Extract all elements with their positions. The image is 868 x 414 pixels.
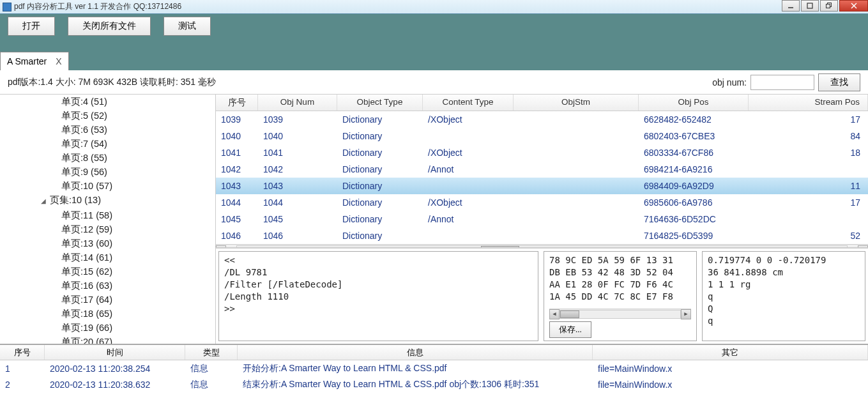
objnum-input[interactable] [750,75,814,90]
grid-hscroll[interactable]: ◀ ▶ [216,244,868,248]
cell-objnum: 1045 [258,213,337,226]
cell-objstm [514,151,639,154]
tree-item[interactable]: 单页:13 (60) [0,236,215,250]
log-col-seq[interactable]: 序号 [0,345,45,360]
hex-hscroll[interactable]: ◀ ▶ [549,309,691,319]
object-grid: 序号 Obj Num Object Type Content Type ObjS… [216,95,868,248]
grid-header: 序号 Obj Num Object Type Content Type ObjS… [216,95,868,111]
table-row[interactable]: 10401040Dictionary6802403-67CBE384 [216,128,868,144]
cell-seq: 1045 [216,213,258,226]
cell-objpos: 6803334-67CF86 [639,146,749,159]
tree-expander-icon[interactable]: ◢ [41,195,47,208]
col-objpos[interactable]: Obj Pos [639,95,749,111]
tree-item-label: 页集:10 (13) [50,195,101,205]
tree-item[interactable]: ◢页集:10 (13) [0,193,215,208]
restore-button[interactable] [820,0,838,12]
table-row[interactable]: 10391039Dictionary/XObject6628482-652482… [216,111,868,128]
scroll-thumb[interactable] [560,310,579,318]
save-button[interactable]: 保存... [549,321,591,338]
scroll-right-icon[interactable]: ▶ [681,309,691,319]
window-titlebar: pdf 内容分析工具 ver 1.1 开发合作 QQ:13712486 [0,0,868,14]
tree-item[interactable]: 单页:7 (54) [0,137,215,151]
minimize-button[interactable] [782,0,800,12]
tree-item[interactable]: 单页:19 (66) [0,321,215,335]
cell-objnum: 1044 [258,196,337,209]
tab-strip: A Smarter X [0,38,868,70]
col-streampos[interactable]: Stream Pos [749,95,868,111]
grid-body: 10391039Dictionary/XObject6628482-652482… [216,111,868,244]
tab-label: A Smarter [7,56,47,66]
table-row[interactable]: 10431043Dictionary6984409-6A92D911 [216,178,868,194]
col-objtype[interactable]: Object Type [337,95,423,111]
document-tab[interactable]: A Smarter X [0,52,69,70]
log-col-type[interactable]: 类型 [185,345,238,360]
col-objnum[interactable]: Obj Num [258,95,337,111]
scroll-left-icon[interactable]: ◀ [216,245,226,249]
table-row[interactable]: 10461046Dictionary7164825-6D539952 [216,227,868,244]
right-pane: 序号 Obj Num Object Type Content Type ObjS… [216,95,868,344]
tree-item-label: 单页:9 (56) [61,167,107,177]
log-row[interactable]: 22020-02-13 11:20:38.632信息结束分析:A Smarter… [0,376,868,392]
scroll-thumb[interactable] [481,246,519,249]
main-split: 单页:4 (51)单页:5 (52)单页:6 (53)单页:7 (54)单页:8… [0,95,868,344]
tree-item[interactable]: 单页:14 (61) [0,250,215,264]
maximize-button[interactable] [801,0,819,12]
cell-objpos: 7164636-6D52DC [639,213,749,226]
cell-objstm [514,234,639,237]
scroll-track[interactable] [236,245,848,249]
col-contenttype[interactable]: Content Type [423,95,514,111]
tree-item[interactable]: 单页:12 (59) [0,222,215,236]
scroll-left-icon[interactable]: ◀ [549,309,560,319]
open-button[interactable]: 打开 [8,17,55,36]
cell-objtype: Dictionary [337,213,423,226]
tree-item[interactable]: 单页:10 (57) [0,179,215,193]
log-col-msg[interactable]: 信息 [238,345,593,360]
dict-view[interactable]: << /DL 9781 /Filter [/FlateDecode] /Leng… [218,251,538,341]
cell-streampos: 52 [749,229,868,242]
col-objstm[interactable]: ObjStm [514,95,639,111]
tree-item[interactable]: 单页:15 (62) [0,264,215,279]
close-button[interactable] [839,0,868,12]
scroll-right-icon[interactable]: ▶ [858,245,868,249]
log-col-other[interactable]: 其它 [593,345,868,360]
log-row[interactable]: 12020-02-13 11:20:38.254信息开始分析:A Smarter… [0,360,868,376]
tab-close-icon[interactable]: X [56,56,61,66]
cell-objpos: 6984409-6A92D9 [639,180,749,192]
cell-contenttype: /XObject [423,113,514,126]
log-cell-msg: 结束分析:A Smarter Way to Learn HTML & CSS.p… [238,378,593,392]
cell-streampos: 18 [749,146,868,159]
table-row[interactable]: 10411041Dictionary/XObject6803334-67CF86… [216,144,868,161]
test-button[interactable]: 测试 [164,17,211,36]
tree-item[interactable]: 单页:20 (67) [0,335,215,344]
log-col-time[interactable]: 时间 [45,345,185,360]
tree-item[interactable]: 单页:16 (63) [0,279,215,293]
tree-item[interactable]: 单页:5 (52) [0,109,215,123]
tree-item[interactable]: 单页:4 (51) [0,95,215,109]
tree-item[interactable]: 单页:11 (58) [0,208,215,222]
cell-objtype: Dictionary [337,113,423,126]
stream-view[interactable]: 0.719774 0 0 -0.720179 36 841.8898 cm 1 … [702,251,865,341]
cell-objtype: Dictionary [337,196,423,209]
cell-objnum: 1046 [258,229,337,242]
table-row[interactable]: 10451045Dictionary/Annot7164636-6D52DC [216,211,868,227]
hex-content[interactable]: 78 9C ED 5A 59 6F 13 31 DB EB 53 42 48 3… [549,254,691,309]
tree-item[interactable]: 单页:6 (53) [0,123,215,137]
table-row[interactable]: 10421042Dictionary/Annot6984214-6A9216 [216,161,868,178]
cell-objtype: Dictionary [337,163,423,176]
svg-rect-1 [807,3,812,8]
cell-objtype: Dictionary [337,130,423,142]
tree-item-label: 单页:11 (58) [61,210,112,220]
tree-item[interactable]: 单页:8 (55) [0,151,215,165]
tree-item[interactable]: 单页:17 (64) [0,293,215,307]
cell-objnum: 1041 [258,146,337,159]
cell-objpos: 6628482-652482 [639,113,749,126]
app-icon [3,3,11,12]
close-all-button[interactable]: 关闭所有文件 [68,17,151,36]
scroll-track[interactable] [560,310,681,319]
table-row[interactable]: 10441044Dictionary/XObject6985606-6A9786… [216,194,868,211]
tree-scroll[interactable]: 单页:4 (51)单页:5 (52)单页:6 (53)单页:7 (54)单页:8… [0,95,215,344]
col-seq[interactable]: 序号 [216,95,258,111]
tree-item[interactable]: 单页:18 (65) [0,307,215,321]
find-button[interactable]: 查找 [818,73,860,91]
tree-item[interactable]: 单页:9 (56) [0,165,215,179]
